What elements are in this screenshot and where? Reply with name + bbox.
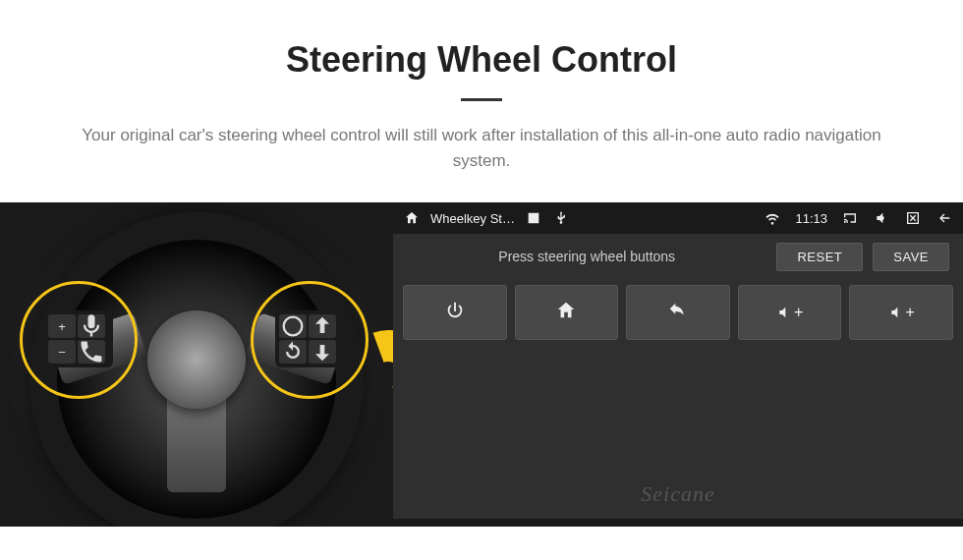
- mute-icon[interactable]: [873, 209, 890, 227]
- usb-icon[interactable]: [552, 209, 570, 227]
- home-icon[interactable]: [403, 209, 421, 227]
- wheel-buttons-left: + −: [44, 310, 113, 367]
- func-back-button[interactable]: [626, 285, 730, 340]
- power-icon: [444, 300, 466, 325]
- gallery-icon[interactable]: [525, 209, 542, 227]
- action-bar: Press steering wheel buttons RESET SAVE: [393, 234, 963, 279]
- wifi-icon: [764, 209, 781, 227]
- instruction-text: Press steering wheel buttons: [407, 249, 766, 264]
- func-volup-button-2[interactable]: +: [849, 285, 953, 340]
- wheel-btn-plus: +: [48, 314, 76, 338]
- wheel-btn-voice: [78, 314, 105, 338]
- volume-up-icon: +: [776, 304, 803, 321]
- app-title: Wheelkey St…: [430, 211, 515, 226]
- back-icon: [667, 300, 689, 325]
- func-home-button[interactable]: [515, 285, 619, 340]
- func-volup-button-1[interactable]: +: [738, 285, 842, 340]
- wheel-btn-down: [309, 340, 336, 364]
- reset-button[interactable]: RESET: [776, 243, 863, 271]
- func-power-button[interactable]: [403, 285, 507, 340]
- close-app-icon[interactable]: [904, 209, 922, 227]
- back-nav-icon[interactable]: [935, 209, 953, 227]
- save-button[interactable]: SAVE: [873, 243, 949, 271]
- page-title: Steering Wheel Control: [59, 39, 904, 81]
- wheel-btn-media: [279, 314, 307, 338]
- wheel-hub: [147, 310, 246, 409]
- page-description: Your original car's steering wheel contr…: [64, 123, 899, 173]
- cast-icon[interactable]: [841, 209, 859, 227]
- brand-watermark: Seicane: [393, 481, 963, 519]
- status-bar: Wheelkey St… 11:13: [393, 202, 963, 234]
- wheel-btn-phone: [78, 340, 105, 364]
- wheel-btn-cycle: [279, 340, 307, 364]
- wheel-buttons-right: [275, 310, 344, 367]
- wheel-btn-minus: −: [48, 340, 76, 364]
- head-unit-screen: Wheelkey St… 11:13: [393, 202, 963, 527]
- steering-wheel-image: + −: [0, 202, 393, 527]
- android-nav-bar: [393, 519, 963, 527]
- volume-up-icon: +: [888, 304, 915, 321]
- status-time: 11:13: [795, 211, 827, 226]
- home-icon: [555, 300, 577, 325]
- function-button-row: + +: [393, 279, 963, 346]
- wheel-btn-up: [309, 314, 336, 338]
- title-divider: [461, 98, 502, 101]
